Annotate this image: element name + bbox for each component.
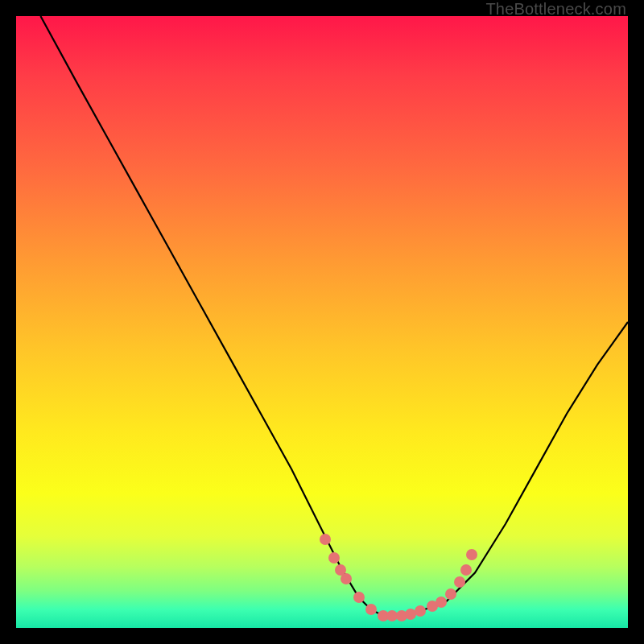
marker-dot <box>454 576 465 588</box>
marker-dot <box>436 597 447 608</box>
marker-dot <box>328 552 340 564</box>
marker-dot <box>466 549 477 560</box>
marker-dot <box>460 564 472 576</box>
marker-dot <box>353 592 365 603</box>
marker-dot <box>341 573 352 584</box>
marker-dot <box>365 604 377 615</box>
plot-area <box>16 16 628 628</box>
chart-frame: TheBottleneck.com <box>0 0 644 644</box>
marker-dot <box>415 605 426 617</box>
marker-dot <box>445 588 456 600</box>
marker-dot <box>320 534 331 545</box>
